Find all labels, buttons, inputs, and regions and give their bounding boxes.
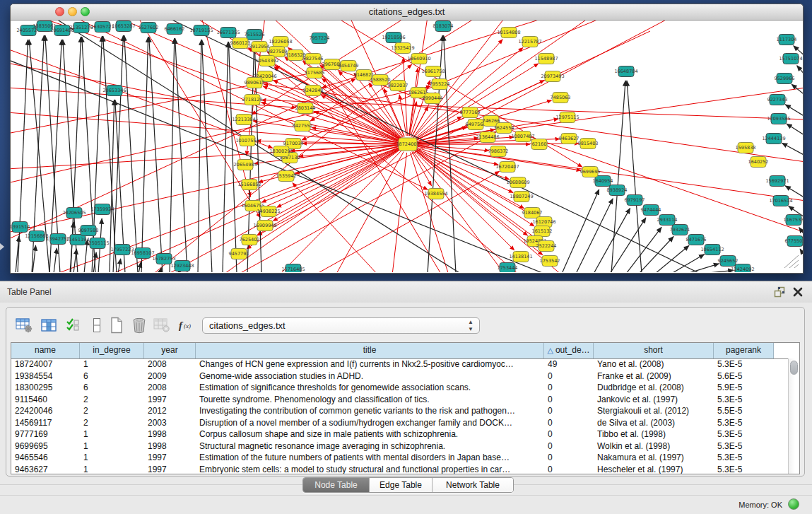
table-selector[interactable]: citations_edges.txt ▲▼ (202, 317, 480, 334)
table-cell[interactable]: Stergiakouli et al. (2012) (594, 405, 714, 417)
table-row[interactable]: 946362711997Embryonic stem cells: a mode… (11, 464, 788, 474)
table-cell[interactable]: Franke et al. (2009) (594, 370, 714, 382)
table-cell[interactable]: 5.3E-5 (714, 394, 774, 406)
network-node[interactable]: 16305721 (90, 22, 114, 33)
column-header-year[interactable]: year (144, 343, 196, 358)
table-cell[interactable]: 5.3E-5 (714, 440, 774, 452)
checklist-icon[interactable] (64, 316, 83, 334)
table-cell[interactable]: 5.3E-5 (714, 358, 774, 370)
table-cell[interactable]: 1 (80, 440, 144, 452)
table-cell[interactable]: 14569117 (11, 417, 80, 429)
column-header-in-degree[interactable]: in_degree (80, 343, 144, 358)
table-cell[interactable]: 0 (544, 428, 594, 440)
table-cell[interactable]: 1 (80, 452, 144, 464)
table-cell[interactable]: 0 (544, 452, 594, 464)
tab-edge-table[interactable]: Edge Table (370, 478, 433, 492)
network-node[interactable]: 1640252 (748, 157, 769, 168)
column-header-name[interactable]: name (11, 343, 80, 358)
network-node[interactable]: 8471676 (686, 235, 707, 245)
table-cell[interactable]: Changes of HCN gene expression and I(f) … (196, 358, 544, 370)
new-document-icon[interactable] (107, 316, 126, 334)
table-row[interactable]: 946554611997Estimation of the future num… (11, 452, 788, 464)
table-cell[interactable]: 1997 (144, 452, 196, 464)
table-cell[interactable]: 9465546 (11, 452, 80, 464)
table-cell[interactable]: 5.5E-5 (714, 405, 774, 417)
network-node[interactable]: 16909948 (253, 221, 276, 231)
network-node[interactable]: 9777169 (460, 107, 481, 118)
table-cell[interactable]: 2008 (144, 358, 196, 370)
table-cell[interactable]: Genome-wide association studies in ADHD. (196, 370, 544, 382)
table-cell[interactable]: 0 (544, 370, 594, 382)
network-node[interactable]: 15716485 (281, 264, 305, 273)
table-cell[interactable]: 1998 (144, 440, 196, 452)
table-cell[interactable]: 0 (544, 405, 594, 417)
network-node[interactable]: 2933114 (657, 215, 678, 226)
table-cell[interactable]: Hescheler et al. (1997) (594, 464, 714, 474)
network-node[interactable]: 17016514 (769, 196, 792, 206)
network-node[interactable]: 20654985 (233, 160, 257, 170)
network-node[interactable]: 10719155 (189, 25, 213, 36)
table-cell[interactable]: 6 (80, 370, 144, 382)
network-node[interactable]: 9463627 (559, 134, 579, 144)
split-cells-icon[interactable] (88, 316, 106, 334)
table-cell[interactable]: Disruption of a novel member of a sodium… (196, 417, 544, 429)
network-node[interactable]: 1527602 (139, 23, 159, 33)
network-node[interactable]: 8183074 (433, 21, 454, 32)
network-node[interactable]: 15692971 (765, 176, 789, 187)
table-cell[interactable]: 0 (544, 394, 594, 406)
table-cell[interactable]: 9777169 (11, 428, 80, 440)
network-node[interactable]: 18724007 (396, 138, 419, 151)
network-node[interactable]: 2522244 (536, 241, 557, 252)
table-cell[interactable]: 5.6E-5 (714, 370, 774, 382)
table-cell[interactable]: Estimation of significance thresholds fo… (196, 382, 544, 394)
network-node[interactable]: 8938924 (607, 185, 628, 196)
network-node[interactable]: 9815403 (578, 139, 599, 149)
network-node[interactable]: 9245652 (718, 256, 739, 267)
table-cell[interactable]: Wolkin et al. (1998) (594, 440, 714, 452)
network-node[interactable]: 7957224 (310, 33, 330, 44)
network-node[interactable]: 10653287 (112, 21, 135, 32)
table-cell[interactable]: de Silva et al. (2003) (594, 417, 714, 429)
table-cell[interactable]: Embryonic stem cells: a model to study s… (196, 464, 544, 474)
network-node[interactable]: 18226058 (269, 37, 292, 47)
table-cell[interactable]: 22420046 (11, 405, 80, 417)
network-node[interactable]: 12444139 (762, 134, 785, 144)
table-cell[interactable]: 5.3E-5 (714, 452, 774, 464)
network-node[interactable]: 1753444 (498, 263, 518, 273)
network-node[interactable]: 9827546 (303, 54, 324, 64)
table-cell[interactable]: 49 (544, 358, 594, 370)
column-header-pagerank[interactable]: pagerank (714, 343, 774, 358)
network-node[interactable]: 19218506 (382, 33, 405, 43)
network-node[interactable]: 16671355 (216, 28, 240, 38)
network-node[interactable]: 9227343 (767, 95, 788, 105)
table-cell[interactable]: 0 (544, 417, 594, 429)
table-cell[interactable]: Dudbridge et al. (2008) (594, 382, 714, 394)
network-node[interactable]: 9457791 (229, 249, 249, 259)
network-node[interactable]: 1391514 (11, 222, 30, 233)
table-cell[interactable]: Tibbo et al. (1998) (594, 428, 714, 440)
table-cell[interactable]: 1997 (144, 394, 196, 406)
table-cell[interactable]: 18724007 (11, 358, 80, 370)
network-node[interactable]: 12975115 (555, 112, 579, 123)
panel-collapse-arrow[interactable] (0, 243, 4, 250)
table-cell[interactable]: 5.3E-5 (714, 417, 774, 429)
network-node[interactable]: 2803144 (295, 103, 316, 114)
table-cell[interactable]: 1 (80, 428, 144, 440)
table-cell[interactable]: Corpus callosum shape and size in male p… (196, 428, 544, 440)
table-row[interactable]: 911546021997Tourette syndrome. Phenomeno… (11, 394, 788, 406)
network-node[interactable]: 12156863 (25, 231, 48, 242)
network-node[interactable]: 10654112 (700, 245, 724, 255)
table-cell[interactable]: Structural magnetic resonance image aver… (196, 440, 544, 452)
show-columns-icon[interactable] (40, 316, 58, 334)
network-node[interactable]: 9097588 (78, 226, 99, 236)
network-node[interactable]: 14138141 (509, 252, 532, 262)
column-header-out-de-[interactable]: △out_de… (544, 343, 594, 358)
memory-status-indicator[interactable] (788, 498, 799, 510)
table-cell[interactable]: Investigating the contribution of common… (196, 405, 544, 417)
network-node[interactable]: 20206505 (62, 208, 86, 218)
table-row[interactable]: 2242004622012Investigating the contribut… (11, 405, 788, 417)
table-cell[interactable]: Yano et al. (2008) (594, 358, 714, 370)
table-cell[interactable]: 19384554 (11, 370, 80, 382)
network-node[interactable]: 8990444 (423, 93, 443, 104)
scrollbar-thumb[interactable] (790, 361, 798, 375)
